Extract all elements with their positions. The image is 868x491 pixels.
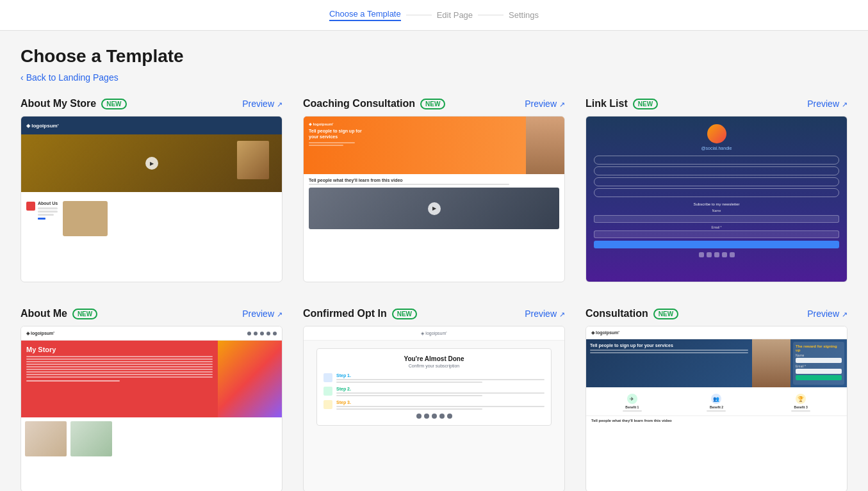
preview-label-consultation: Preview — [807, 309, 839, 319]
tmpl-story-line — [26, 371, 213, 373]
tmpl-step-2-text: Step 2. — [336, 387, 545, 396]
tmpl-story-line — [26, 369, 213, 370]
tmpl-benefit-3: 🏆 Benefit 3 — [791, 394, 810, 412]
tmpl-story-line — [26, 374, 213, 375]
tmpl-consult-hero: Tell people to sign up for your services… — [586, 339, 847, 387]
template-header-confirmed-opt-in: Confirmed Opt In NEW Preview — [303, 308, 565, 319]
tmpl-step-1-desc — [336, 379, 545, 380]
progress-divider-1 — [406, 15, 432, 15]
template-title-group: Coaching Consultation NEW — [303, 98, 445, 109]
tmpl-optin-logo: ◈ logoipsum' — [421, 331, 446, 336]
tmpl-benefit-2: 👥 Benefit 2 — [707, 394, 726, 412]
template-title-about-my-store: About My Store — [20, 98, 96, 109]
preview-link-confirmed-opt-in[interactable]: Preview — [525, 309, 565, 319]
thumbnail-link-list[interactable]: @social.handle Subscribe to my newslette… — [585, 116, 848, 282]
tmpl-body: About Us — [21, 192, 282, 241]
tmpl-submit-btn — [594, 241, 839, 248]
tmpl-email-input — [594, 230, 839, 238]
progress-step-1-label: Choose a Template — [329, 9, 401, 19]
external-link-icon — [277, 99, 283, 109]
tmpl-step-2-desc-2 — [336, 395, 482, 396]
tmpl-form-submit-btn — [796, 375, 842, 380]
tmpl-social-icon-3 — [714, 252, 719, 257]
progress-divider-2 — [478, 15, 504, 15]
thumbnail-about-me[interactable]: ◈ logoipsum' My Story — [20, 326, 283, 491]
progress-step-3: Settings — [509, 10, 539, 20]
template-item-consultation: Consultation NEW Preview ◈ logoipsum' Te… — [585, 308, 848, 491]
tmpl-hero-image: ▶ — [21, 134, 282, 192]
tmpl-form-email-input — [796, 369, 842, 374]
tmpl-consult-header: ◈ logoipsum' — [586, 326, 847, 339]
tmpl-almost-done-title: You're Almost Done — [323, 355, 545, 362]
tmpl-benefit-1-icon: ✈ — [627, 394, 637, 404]
preview-link-link-list[interactable]: Preview — [807, 99, 848, 109]
thumbnail-consultation[interactable]: ◈ logoipsum' Tell people to sign up for … — [585, 326, 848, 491]
new-badge-about-my-store: NEW — [101, 99, 126, 109]
preview-label-about-my-store: Preview — [242, 99, 274, 109]
template-title-group: Confirmed Opt In NEW — [303, 308, 417, 319]
tmpl-story-line — [26, 366, 213, 367]
tmpl-consult-form: The reward for signing up Name Email * — [793, 342, 844, 385]
thumbnail-confirmed-opt-in[interactable]: ◈ logoipsum' You're Almost Done Confirm … — [303, 326, 565, 491]
tmpl-optin-header: ◈ logoipsum' — [304, 326, 564, 341]
preview-link-consultation[interactable]: Preview — [807, 309, 848, 319]
template-title-confirmed-opt-in: Confirmed Opt In — [303, 308, 387, 319]
external-link-icon — [559, 309, 565, 319]
tmpl-ll-btn-3 — [594, 177, 839, 186]
external-link-icon — [842, 99, 848, 109]
template-title-group: Consultation NEW — [585, 308, 678, 319]
tmpl-ll-btn-1 — [594, 156, 839, 165]
tmpl-store-image — [63, 201, 108, 236]
tmpl-am-hero: My Story — [21, 341, 282, 417]
thumbnail-coaching-consultation[interactable]: ◈ logoipsum' Tell people to sign up for … — [303, 116, 565, 282]
tmpl-coach-video: ▶ — [309, 188, 559, 229]
tmpl-social-dot-5 — [273, 332, 277, 335]
tmpl-ll-btn-4 — [594, 188, 839, 197]
external-link-icon — [559, 99, 565, 109]
progress-step-2: Edit Page — [437, 10, 473, 20]
template-header-about-my-store: About My Store NEW Preview — [20, 98, 283, 109]
tmpl-form-name-input — [796, 358, 842, 363]
tmpl-optin-step-3: Step 3. — [323, 400, 545, 410]
tmpl-my-story-title: My Story — [26, 346, 213, 353]
tmpl-benefits: ✈ Benefit 1 👥 Benefit 2 🏆 Benefit 3 — [586, 390, 847, 415]
tmpl-email-icon — [323, 373, 332, 382]
tmpl-am-bottom — [21, 417, 282, 460]
tmpl-social-dot-t — [424, 414, 429, 419]
tmpl-social-icon-4 — [722, 252, 727, 257]
tmpl-benefit-3-desc — [791, 410, 810, 412]
thumbnail-about-my-store[interactable]: ◈ logoipsum' ▶ About Us — [20, 116, 283, 282]
tmpl-story-line — [26, 376, 213, 378]
tmpl-gift-icon — [323, 400, 332, 409]
template-title-about-me: About Me — [20, 308, 67, 319]
page-title: Choose a Template — [20, 46, 848, 67]
tmpl-consult-desc-2 — [590, 352, 748, 353]
preview-link-coaching[interactable]: Preview — [525, 99, 565, 109]
tmpl-am-header: ◈ logoipsum' — [21, 326, 282, 341]
tmpl-optin-step-1: Step 1. — [323, 373, 545, 383]
tmpl-story-line — [26, 361, 213, 362]
tmpl-consult-bottom-title: Tell people what they'll learn from this… — [591, 419, 842, 423]
tmpl-social-dot-2 — [254, 332, 258, 335]
tmpl-social-icon-1 — [699, 252, 704, 257]
template-title-group: Link List NEW — [585, 98, 658, 109]
back-link-label: Back to Landing Pages — [26, 72, 119, 83]
tmpl-step-3-desc-2 — [336, 408, 482, 410]
template-item-about-me: About Me NEW Preview ◈ logoipsum' — [20, 308, 283, 491]
tmpl-learn-title: Tell people what they'll learn from this… — [309, 178, 559, 182]
tmpl-consult-desc-1 — [590, 350, 748, 351]
tmpl-text-line — [38, 214, 54, 216]
template-title-consultation: Consultation — [585, 308, 648, 319]
tmpl-social-dot-3 — [260, 332, 264, 335]
progress-step-2-label: Edit Page — [437, 10, 473, 20]
tmpl-consult-bottom: Tell people what they'll learn from this… — [586, 415, 847, 425]
tmpl-benefit-2-icon: 👥 — [711, 394, 721, 404]
back-chevron-icon: ‹ — [20, 72, 24, 83]
back-link[interactable]: ‹ Back to Landing Pages — [20, 72, 119, 83]
preview-link-about-me[interactable]: Preview — [242, 309, 283, 319]
tmpl-about-us-title: About Us — [38, 201, 58, 205]
tmpl-consult-tagline: Tell people to sign up for your services — [590, 343, 748, 348]
preview-link-about-my-store[interactable]: Preview — [242, 99, 283, 109]
template-header-coaching: Coaching Consultation NEW Preview — [303, 98, 565, 109]
tmpl-benefit-2-desc — [707, 410, 726, 412]
